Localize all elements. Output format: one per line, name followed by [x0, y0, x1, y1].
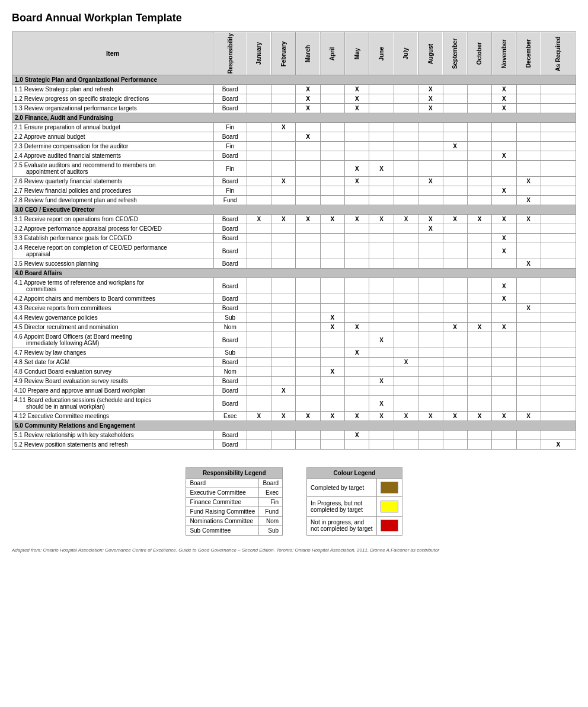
- row-month-AsRequired: [541, 142, 576, 151]
- row-month-December: X: [516, 177, 541, 186]
- row-month-November: X: [492, 278, 516, 294]
- row-month-October: X: [467, 215, 491, 224]
- row-month-July: [394, 313, 418, 323]
- row-month-June: [369, 278, 394, 294]
- row-month-February: [271, 294, 296, 304]
- row-month-June: [369, 151, 394, 161]
- row-month-December: X: [516, 215, 541, 224]
- row-month-July: [394, 377, 418, 386]
- row-month-February: [271, 367, 296, 377]
- row-item: 4.10 Prepare and approve annual Board wo…: [12, 386, 214, 396]
- row-month-October: [467, 304, 491, 313]
- row-month-February: X: [271, 215, 296, 224]
- row-month-December: X: [516, 304, 541, 313]
- row-item: 4.7 Review by law changes: [12, 348, 214, 358]
- row-month-October: [467, 224, 491, 234]
- row-month-October: [467, 243, 491, 259]
- row-month-August: [418, 196, 443, 205]
- row-month-September: [443, 161, 467, 177]
- row-month-AsRequired: [541, 367, 576, 377]
- row-month-July: [394, 104, 418, 113]
- row-month-November: X: [492, 94, 516, 104]
- row-month-February: X: [271, 386, 296, 396]
- row-month-November: [492, 313, 516, 323]
- row-month-February: X: [271, 412, 296, 421]
- row-month-October: [467, 123, 491, 132]
- row-month-March: [296, 142, 320, 151]
- row-responsibility: Board: [213, 85, 247, 94]
- row-month-July: [394, 142, 418, 151]
- colour-legend-title: Colour Legend: [307, 468, 402, 479]
- row-month-August: X: [418, 412, 443, 421]
- footnote: Adapted from: Ontario Hospital Associati…: [12, 547, 576, 553]
- row-month-October: [467, 348, 491, 358]
- row-month-October: [467, 358, 491, 367]
- row-month-August: [418, 358, 443, 367]
- row-month-April: [320, 177, 344, 186]
- row-month-July: [394, 186, 418, 196]
- row-month-December: [516, 377, 541, 386]
- row-month-AsRequired: X: [541, 440, 576, 450]
- table-row: 4.2 Appoint chairs and members to Board …: [12, 294, 576, 304]
- row-month-December: X: [516, 259, 541, 269]
- row-month-August: [418, 323, 443, 332]
- row-month-November: [492, 177, 516, 186]
- table-row: 4.1 Approve terms of reference and workp…: [12, 278, 576, 294]
- row-month-January: [247, 94, 271, 104]
- row-month-January: [247, 440, 271, 450]
- row-month-December: [516, 386, 541, 396]
- row-month-July: [394, 396, 418, 412]
- row-month-January: [247, 377, 271, 386]
- row-month-March: X: [296, 94, 320, 104]
- section-header-5.0: 5.0 Community Relations and Engagement: [12, 421, 576, 431]
- row-item: 2.7 Review financial policies and proced…: [12, 186, 214, 196]
- row-month-February: [271, 304, 296, 313]
- table-row: 4.12 Executive Committee meetingsExecXXX…: [12, 412, 576, 421]
- row-month-December: [516, 313, 541, 323]
- row-item: 5.1 Review relationship with key stakeho…: [12, 431, 214, 440]
- table-row: 5.1 Review relationship with key stakeho…: [12, 431, 576, 440]
- row-responsibility: Board: [213, 431, 247, 440]
- row-month-May: [345, 377, 369, 386]
- row-item: 5.2 Review position statements and refre…: [12, 440, 214, 450]
- row-month-September: [443, 196, 467, 205]
- row-month-May: X: [345, 161, 369, 177]
- row-month-February: [271, 332, 296, 348]
- row-month-November: [492, 440, 516, 450]
- row-month-December: [516, 132, 541, 142]
- row-month-November: X: [492, 323, 516, 332]
- row-month-April: [320, 234, 344, 243]
- row-month-September: [443, 151, 467, 161]
- row-month-December: [516, 151, 541, 161]
- row-month-February: [271, 431, 296, 440]
- row-month-February: [271, 348, 296, 358]
- row-month-AsRequired: [541, 151, 576, 161]
- row-month-July: [394, 304, 418, 313]
- row-month-October: [467, 85, 491, 94]
- row-month-June: [369, 323, 394, 332]
- row-month-December: X: [516, 412, 541, 421]
- row-month-November: [492, 224, 516, 234]
- row-month-February: [271, 132, 296, 142]
- row-month-May: X: [345, 348, 369, 358]
- table-row: 2.7 Review financial policies and proced…: [12, 186, 576, 196]
- colour-legend: Colour Legend Completed by targetIn Prog…: [306, 467, 402, 536]
- row-month-October: X: [467, 412, 491, 421]
- row-month-June: [369, 367, 394, 377]
- row-item: 4.5 Director recruitment and nomination: [12, 323, 214, 332]
- row-responsibility: Nom: [213, 367, 247, 377]
- row-month-December: [516, 85, 541, 94]
- col-header-june: June: [369, 32, 394, 75]
- table-row: 2.6 Review quarterly financial statement…: [12, 177, 576, 186]
- row-item: 1.1 Review Strategic plan and refresh: [12, 85, 214, 94]
- row-month-March: [296, 367, 320, 377]
- row-month-January: [247, 123, 271, 132]
- row-month-October: [467, 440, 491, 450]
- row-month-April: [320, 396, 344, 412]
- col-header-july: July: [394, 32, 418, 75]
- row-month-August: [418, 151, 443, 161]
- row-month-January: [247, 177, 271, 186]
- row-responsibility: Board: [213, 151, 247, 161]
- row-item: 3.1 Receive report on operations from CE…: [12, 215, 214, 224]
- row-month-January: [247, 243, 271, 259]
